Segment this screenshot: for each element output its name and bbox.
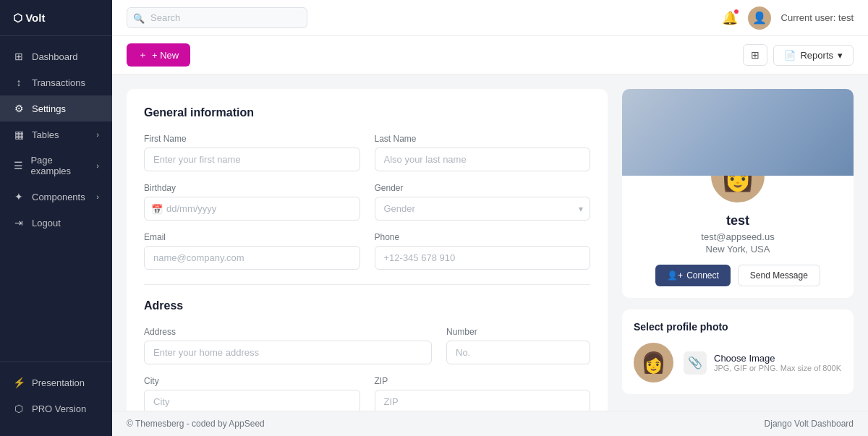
email-input[interactable] — [144, 246, 360, 270]
topbar-right: 🔔 👤 Current user: test — [722, 7, 854, 30]
gender-select-wrap: Gender Male Female Other ▾ — [375, 197, 591, 221]
profile-cover-bg — [622, 89, 854, 176]
address-group: Address — [144, 327, 432, 364]
profile-name: test — [634, 213, 842, 228]
address-input[interactable] — [144, 341, 432, 364]
grid-view-button[interactable]: ⊞ — [743, 44, 767, 66]
send-message-button[interactable]: Send Message — [738, 265, 820, 286]
email-label: Email — [144, 232, 360, 242]
footer-right: Django Volt Dashboard — [765, 419, 854, 429]
connect-icon: 👤+ — [667, 270, 683, 281]
address-title: Adress — [144, 299, 590, 312]
sidebar-item-components[interactable]: ✦ Components › — [0, 184, 112, 210]
zip-group: ZIP — [375, 376, 591, 411]
photo-select-row: 👩 📎 Choose Image JPG, GIF or PNG. Max si… — [634, 343, 842, 382]
birthday-label: Birthday — [144, 183, 360, 193]
first-name-label: First Name — [144, 134, 360, 144]
profile-actions: 👤+ Connect Send Message — [634, 265, 842, 286]
components-icon: ✦ — [13, 191, 25, 202]
upload-icon-btn[interactable]: 📎 — [684, 351, 707, 375]
sidebar-item-settings[interactable]: ⚙ Settings — [0, 95, 112, 121]
main-wrapper: 🔍 🔔 👤 Current user: test ＋ + New ⊞ 📄 Rep… — [112, 0, 868, 436]
form-card: General information First Name Last Name… — [127, 89, 608, 411]
sidebar-item-presentation[interactable]: ⚡ Presentation — [0, 369, 112, 396]
number-group: Number — [446, 327, 590, 364]
profile-card: 👩 test test@appseed.us New York, USA 👤+ … — [622, 89, 854, 394]
notification-button[interactable]: 🔔 — [722, 10, 738, 26]
sidebar-item-tables[interactable]: ▦ Tables › — [0, 121, 112, 148]
page-footer: © Themesberg - coded by AppSeed Django V… — [112, 411, 868, 436]
sidebar-bottom: ⚡ Presentation ⬡ PRO Version — [0, 362, 112, 436]
gender-select[interactable]: Gender Male Female Other — [375, 197, 591, 221]
zip-input[interactable] — [375, 390, 591, 411]
address-row: Address Number — [144, 327, 590, 364]
sidebar-nav: ⊞ Dashboard ↕ Transactions ⚙ Settings ▦ … — [0, 36, 112, 362]
birthday-input[interactable] — [144, 197, 360, 221]
reports-label: Reports — [800, 50, 833, 61]
upload-hint: JPG, GIF or PNG. Max size of 800K — [714, 364, 841, 372]
topbar: 🔍 🔔 👤 Current user: test — [112, 0, 868, 36]
notification-dot — [733, 9, 739, 14]
profile-location: New York, USA — [634, 244, 842, 255]
sidebar-item-pro-version[interactable]: ⬡ PRO Version — [0, 396, 112, 422]
logo-text: ⬡ Volt — [13, 12, 45, 25]
search-input[interactable] — [127, 7, 307, 28]
city-label: City — [144, 376, 360, 386]
upload-text: Choose Image JPG, GIF or PNG. Max size o… — [714, 353, 841, 372]
sidebar-item-logout[interactable]: ⇥ Logout — [0, 210, 112, 236]
sidebar-item-label: Tables — [32, 129, 59, 140]
zip-label: ZIP — [375, 376, 591, 386]
search-wrap: 🔍 — [127, 7, 307, 28]
sidebar-item-page-examples[interactable]: ☰ Page examples › — [0, 148, 112, 184]
new-button[interactable]: ＋ + New — [127, 43, 190, 67]
birthday-input-wrap: 📅 — [144, 197, 360, 221]
plus-icon: ＋ — [138, 48, 148, 61]
phone-label: Phone — [375, 232, 591, 242]
transactions-icon: ↕ — [13, 77, 25, 88]
footer-left: © Themesberg - coded by AppSeed — [127, 419, 265, 429]
first-name-input[interactable] — [144, 148, 360, 171]
first-name-group: First Name — [144, 134, 360, 171]
connect-label: Connect — [686, 270, 719, 281]
email-phone-row: Email Phone — [144, 232, 590, 270]
sidebar-logo: ⬡ Volt — [0, 0, 112, 36]
reports-button[interactable]: 📄 Reports ▾ — [773, 45, 854, 66]
photo-upload-info: 📎 Choose Image JPG, GIF or PNG. Max size… — [684, 351, 842, 375]
phone-group: Phone — [375, 232, 591, 270]
sidebar-item-label: Dashboard — [32, 51, 78, 62]
tables-arrow-icon: › — [96, 130, 99, 139]
sidebar-item-transactions[interactable]: ↕ Transactions — [0, 69, 112, 95]
birthday-group: Birthday 📅 — [144, 183, 360, 221]
connect-button[interactable]: 👤+ Connect — [655, 265, 731, 286]
name-row: First Name Last Name — [144, 134, 590, 171]
calendar-icon: 📅 — [151, 203, 163, 214]
choose-image-label: Choose Image — [714, 353, 841, 364]
sidebar-item-label: Page examples — [30, 155, 89, 176]
number-input[interactable] — [446, 341, 590, 364]
avatar: 👤 — [748, 7, 771, 30]
last-name-group: Last Name — [375, 134, 591, 171]
photo-thumb: 👩 — [634, 343, 673, 382]
photo-card-title: Select profile photo — [634, 321, 842, 333]
number-label: Number — [446, 327, 590, 337]
presentation-icon: ⚡ — [13, 377, 25, 388]
content-area: General information First Name Last Name… — [112, 74, 868, 411]
general-info-title: General information — [144, 106, 590, 119]
sidebar-item-dashboard[interactable]: ⊞ Dashboard — [0, 43, 112, 69]
settings-icon: ⚙ — [13, 103, 25, 114]
current-user-label: Current user: test — [781, 12, 854, 23]
city-input[interactable] — [144, 390, 360, 411]
photo-card: Select profile photo 👩 📎 Choose Image JP… — [622, 309, 854, 394]
address-label: Address — [144, 327, 432, 337]
sidebar-item-label: Transactions — [32, 77, 85, 88]
sidebar-item-label: Presentation — [32, 377, 85, 388]
last-name-label: Last Name — [375, 134, 591, 144]
last-name-input[interactable] — [375, 148, 591, 171]
sidebar-item-label: Components — [32, 192, 85, 202]
email-group: Email — [144, 232, 360, 270]
pro-version-icon: ⬡ — [13, 403, 25, 414]
sidebar: ⬡ Volt ⊞ Dashboard ↕ Transactions ⚙ Sett… — [0, 0, 112, 436]
profile-details: test test@appseed.us New York, USA 👤+ Co… — [622, 213, 854, 298]
phone-input[interactable] — [375, 246, 591, 270]
action-right: ⊞ 📄 Reports ▾ — [743, 44, 854, 66]
